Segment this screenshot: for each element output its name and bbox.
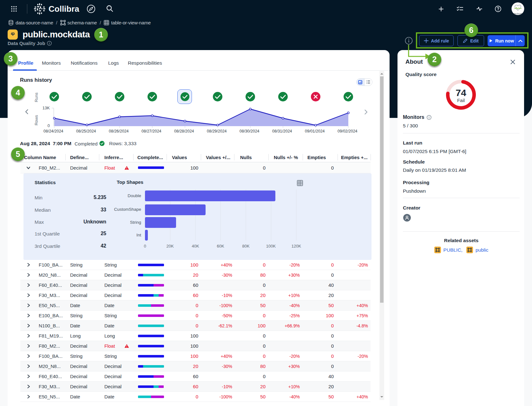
svg-text:Fail: Fail	[457, 98, 465, 103]
svg-text:74: 74	[456, 87, 466, 98]
svg-text:& Observability: & Observability	[514, 14, 522, 16]
